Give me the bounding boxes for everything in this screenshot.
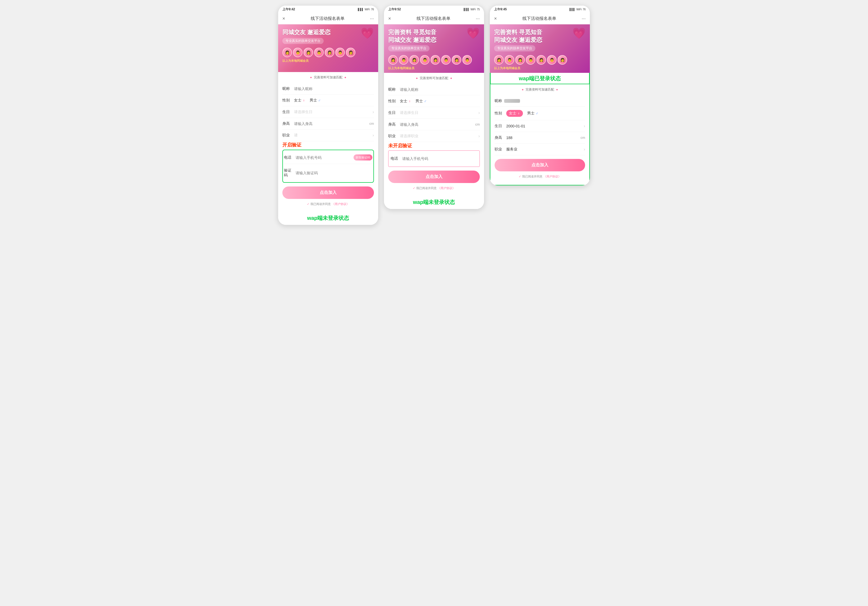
banner-1: 💗 同城交友 邂逅爱恋 专业真实的脱单交友平台 👩 👨 👩 👨 👩 👨 👩 以上… xyxy=(278,24,378,72)
nickname-label-2: 昵称 xyxy=(388,87,398,92)
battery-icon-1: 76 xyxy=(371,8,374,11)
avatar-b1: 👩 xyxy=(388,55,398,65)
avatar-b8: 👨 xyxy=(462,55,472,65)
signal-icon-3: ▌▌▌ xyxy=(570,8,575,11)
heart-decoration-2: 💗 xyxy=(467,27,480,39)
page-title-3: 线下活动报名表单 xyxy=(522,16,556,22)
birthday-row-3[interactable]: 生日 2000-01-01 › xyxy=(494,120,585,132)
height-row-1: 身高 cm xyxy=(282,118,374,129)
gender-label-3: 性别 xyxy=(494,111,504,116)
vercode-label-1: 验证码 xyxy=(284,168,293,178)
male-icon-3: ♂ xyxy=(536,111,538,115)
job-row-2[interactable]: 职业 请选择职业 › xyxy=(388,130,480,142)
join-button-3[interactable]: 点击加入 xyxy=(494,159,585,171)
birthday-row-2[interactable]: 生日 请选择生日 › xyxy=(388,107,480,119)
height-label-1: 身高 xyxy=(282,121,292,126)
height-unit-3: cm xyxy=(581,135,585,140)
close-button-2[interactable]: × xyxy=(388,16,391,22)
annotation-1: wap端未登录状态 xyxy=(278,213,378,223)
nickname-label-3: 昵称 xyxy=(494,98,504,103)
birthday-placeholder-2: 请选择生日 xyxy=(398,110,479,115)
nickname-row-2: 昵称 xyxy=(388,84,480,95)
banner-title3-line2: 同城交友 邂逅爱恋 xyxy=(494,36,586,44)
gender-options-2: 女士 ♀ 男士 ♂ xyxy=(398,99,426,104)
vercode-row-1: 验证码 xyxy=(284,165,372,181)
avatar-b3: 👩 xyxy=(409,55,419,65)
panel-3: 上午9:45 ▌▌▌ WiFi 76 × 线下活动报名表单 ··· 💗 完善资料… xyxy=(490,5,590,186)
form-area-2: ● 完善资料可加速匹配 ● 昵称 性别 女士 ♀ 男士 ♂ 生日 请 xyxy=(384,73,484,197)
male-text-1: 男士 xyxy=(310,98,317,103)
nickname-input-1[interactable] xyxy=(292,87,374,91)
avatar-b2: 👨 xyxy=(399,55,408,65)
phone-section-1: 电话 获取验证码 验证码 xyxy=(282,150,374,183)
female-icon-1: ♀ xyxy=(302,98,305,103)
gender-female-3[interactable]: 女士 ♀ xyxy=(506,110,523,117)
job-arrow-3: › xyxy=(584,147,585,152)
female-icon-2: ♀ xyxy=(408,99,411,103)
page-title-1: 线下活动报名表单 xyxy=(311,16,344,22)
join-button-2[interactable]: 点击加入 xyxy=(388,171,480,183)
avatar-b4: 👨 xyxy=(420,55,429,65)
avatar-c6: 👨 xyxy=(547,55,556,65)
gender-female-1[interactable]: 女士 ♀ xyxy=(294,98,305,103)
avatar-2: 👨 xyxy=(293,48,302,57)
gender-options-1: 女士 ♀ 男士 ♂ xyxy=(292,98,321,103)
banner-avatars-1: 👩 👨 👩 👨 👩 👨 👩 xyxy=(282,48,374,57)
battery-icon-3: 76 xyxy=(583,8,586,11)
height-input-2[interactable] xyxy=(398,122,474,127)
avatar-6: 👨 xyxy=(335,48,345,57)
more-button-1[interactable]: ··· xyxy=(370,16,374,22)
banner-title2-line1: 完善资料 寻觅知音 xyxy=(388,29,480,36)
status-bar-3: 上午9:45 ▌▌▌ WiFi 76 xyxy=(490,6,590,13)
form-area-3: ● 完善资料可加速匹配 ● 昵称 性别 女士 ♀ 男士 ♂ xyxy=(490,84,590,185)
gender-female-2[interactable]: 女士 ♀ xyxy=(400,99,411,104)
avatar-c5: 👩 xyxy=(536,55,546,65)
battery-icon-2: 75 xyxy=(477,8,480,11)
member-text-1: 以上为本地同城会员 xyxy=(282,59,374,63)
avatar-c2: 👨 xyxy=(505,55,514,65)
vercode-input-1[interactable] xyxy=(293,171,372,175)
height-unit-1: cm xyxy=(369,121,374,126)
signal-icon-2: ▌▌▌ xyxy=(464,8,470,11)
gender-male-3[interactable]: 男士 ♂ xyxy=(527,111,538,116)
avatar-c4: 👨 xyxy=(526,55,535,65)
job-row-3[interactable]: 职业 服务业 › xyxy=(494,143,585,155)
job-placeholder-2: 请选择职业 xyxy=(398,134,479,138)
birthday-arrow-2: › xyxy=(479,110,480,115)
member-text-3: 以上为本地同城会员 xyxy=(494,66,586,70)
close-button-1[interactable]: × xyxy=(282,16,285,22)
height-label-2: 身高 xyxy=(388,122,398,127)
job-label-3: 职业 xyxy=(494,147,504,152)
phone-input-1[interactable] xyxy=(293,155,353,160)
birthday-row-1[interactable]: 生日 请选择生日 › xyxy=(282,106,374,118)
avatar-c7: 👩 xyxy=(558,55,567,65)
gender-male-2[interactable]: 男士 ♂ xyxy=(415,99,427,104)
join-button-1[interactable]: 点击加入 xyxy=(282,186,374,199)
agreement-2: ✓ 我已阅读并同意 《用户协议》 xyxy=(388,185,480,193)
banner-avatars-3: 👩 👨 👩 👨 👩 👨 👩 xyxy=(494,55,586,65)
annotation-2: wap端未登录状态 xyxy=(384,197,484,207)
annotation-open-verify: 开启验证 xyxy=(282,141,374,149)
close-button-3[interactable]: × xyxy=(494,16,497,22)
agreement-1: ✓ 我已阅读并同意 《用户协议》 xyxy=(282,201,374,209)
gender-row-2: 性别 女士 ♀ 男士 ♂ xyxy=(388,95,480,107)
nav-bar-1: × 线下活动报名表单 ··· xyxy=(278,13,378,24)
get-vercode-btn-1[interactable]: 获取验证码 xyxy=(353,154,372,160)
height-row-3: 身高 188 cm xyxy=(494,132,585,143)
phone-input-2[interactable] xyxy=(400,157,477,161)
female-text-1: 女士 xyxy=(294,98,301,103)
nickname-input-2[interactable] xyxy=(398,87,480,92)
status-icons-2: ▌▌▌ WiFi 75 xyxy=(464,8,480,11)
job-row-1[interactable]: 职业 请 › xyxy=(282,129,374,141)
page-title-2: 线下活动报名表单 xyxy=(417,16,450,22)
job-value-3: 服务业 xyxy=(504,147,584,152)
birthday-arrow-1: › xyxy=(373,110,374,114)
avatar-4: 👨 xyxy=(314,48,324,57)
gender-row-1: 性别 女士 ♀ 男士 ♂ xyxy=(282,95,374,106)
job-arrow-1: › xyxy=(373,133,374,138)
height-input-1[interactable] xyxy=(292,121,368,126)
more-button-3[interactable]: ··· xyxy=(582,16,586,22)
more-button-2[interactable]: ··· xyxy=(476,16,480,22)
banner-subtitle-3: 专业真实的脱单交友平台 xyxy=(494,45,535,51)
gender-male-1[interactable]: 男士 ♂ xyxy=(310,98,321,103)
